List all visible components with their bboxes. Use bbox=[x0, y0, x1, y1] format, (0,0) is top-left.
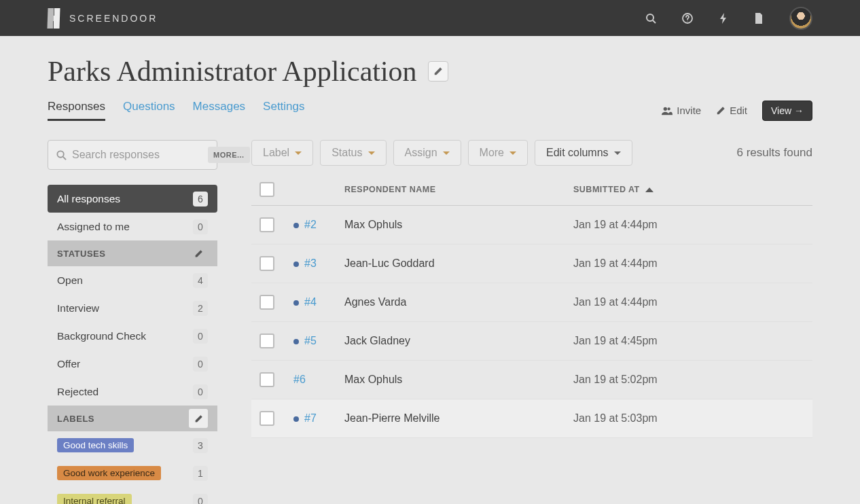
brand-logo-icon bbox=[47, 8, 60, 29]
respondent-name: Jean-Pierre Melville bbox=[344, 412, 573, 425]
filter-label[interactable]: Label bbox=[251, 140, 313, 166]
svg-line-7 bbox=[63, 156, 66, 159]
sidebar-label-good-work-experience[interactable]: Good work experience1 bbox=[48, 459, 217, 487]
results-count: 6 results found bbox=[736, 146, 812, 160]
count-badge: 0 bbox=[193, 494, 208, 505]
tabs: ResponsesQuestionsMessagesSettings bbox=[48, 100, 305, 121]
submitted-at: Jan 19 at 4:45pm bbox=[573, 335, 804, 347]
col-label: SUBMITTED AT bbox=[573, 185, 640, 194]
help-icon[interactable] bbox=[682, 13, 693, 24]
submitted-at: Jan 19 at 4:44pm bbox=[573, 296, 804, 308]
edit-label: Edit bbox=[730, 105, 747, 116]
unread-dot-icon bbox=[293, 300, 299, 306]
sidebar-status-background-check[interactable]: Background Check0 bbox=[48, 322, 217, 350]
chevron-down-icon bbox=[443, 151, 450, 155]
respondent-name: Max Ophuls bbox=[344, 219, 573, 231]
sidebar-item-label: Open bbox=[57, 274, 83, 287]
row-checkbox[interactable] bbox=[259, 295, 274, 310]
filter-status[interactable]: Status bbox=[320, 140, 386, 166]
pencil-icon bbox=[194, 414, 203, 423]
page-actions: Invite Edit View → bbox=[662, 101, 812, 121]
statuses-header: STATUSES bbox=[48, 240, 217, 266]
response-id-link[interactable]: #6 bbox=[293, 374, 306, 385]
count-badge: 4 bbox=[193, 273, 208, 288]
sidebar-status-offer[interactable]: Offer0 bbox=[48, 350, 217, 378]
sidebar-status-rejected[interactable]: Rejected0 bbox=[48, 378, 217, 406]
svg-point-3 bbox=[687, 20, 687, 21]
table-row[interactable]: #4Agnes VardaJan 19 at 4:44pm bbox=[251, 283, 812, 322]
table-row[interactable]: #3Jean-Luc GoddardJan 19 at 4:44pm bbox=[251, 245, 812, 283]
table-row[interactable]: #7Jean-Pierre MelvilleJan 19 at 5:03pm bbox=[251, 399, 812, 438]
row-checkbox[interactable] bbox=[259, 256, 274, 271]
label-pill: Good tech skills bbox=[57, 438, 134, 452]
edit-statuses-button[interactable] bbox=[189, 244, 208, 263]
edit-title-button[interactable] bbox=[428, 61, 448, 82]
search-icon[interactable] bbox=[645, 13, 656, 24]
sidebar-item-label: Rejected bbox=[57, 386, 98, 398]
submitted-at: Jan 19 at 4:44pm bbox=[573, 219, 804, 231]
row-checkbox[interactable] bbox=[259, 334, 274, 348]
sidebar-item-label: Interview bbox=[57, 302, 99, 314]
edit-labels-button[interactable] bbox=[189, 409, 208, 428]
svg-line-1 bbox=[653, 20, 656, 23]
sidebar-item-label: All responses bbox=[57, 193, 120, 205]
edit-button[interactable]: Edit bbox=[716, 105, 747, 116]
labels-header: LABELS bbox=[48, 406, 217, 431]
select-all-checkbox[interactable] bbox=[259, 182, 274, 197]
topbar: SCREENDOOR bbox=[0, 0, 860, 36]
search-box[interactable]: MORE... bbox=[48, 140, 217, 170]
table-row[interactable]: #5Jack GladneyJan 19 at 4:45pm bbox=[251, 322, 812, 361]
search-input[interactable] bbox=[72, 149, 208, 161]
pencil-icon bbox=[194, 249, 203, 258]
pencil-icon bbox=[716, 106, 725, 115]
filter-edit-columns[interactable]: Edit columns bbox=[535, 140, 632, 166]
sidebar-label-good-tech-skills[interactable]: Good tech skills3 bbox=[48, 431, 217, 459]
unread-dot-icon bbox=[293, 223, 299, 228]
filter-assign[interactable]: Assign bbox=[393, 140, 461, 166]
brand[interactable]: SCREENDOOR bbox=[48, 8, 158, 29]
filter-label: Status bbox=[332, 147, 362, 159]
row-checkbox[interactable] bbox=[259, 217, 274, 232]
label-pill: Internal referral bbox=[57, 494, 132, 504]
submitted-at: Jan 19 at 5:02pm bbox=[573, 374, 804, 386]
view-button[interactable]: View → bbox=[762, 101, 812, 121]
invite-button[interactable]: Invite bbox=[662, 105, 701, 116]
col-submitted-at[interactable]: SUBMITTED AT bbox=[573, 185, 804, 194]
row-checkbox[interactable] bbox=[259, 411, 274, 426]
tab-responses[interactable]: Responses bbox=[48, 100, 105, 121]
count-badge: 0 bbox=[193, 384, 208, 399]
tab-questions[interactable]: Questions bbox=[123, 100, 175, 121]
row-checkbox[interactable] bbox=[259, 372, 274, 387]
col-respondent-name[interactable]: RESPONDENT NAME bbox=[344, 185, 573, 194]
svg-point-5 bbox=[668, 107, 670, 110]
filter-label: Assign bbox=[405, 147, 437, 159]
sidebar-assigned-to-me[interactable]: Assigned to me 0 bbox=[48, 213, 217, 240]
response-id-link[interactable]: #4 bbox=[304, 296, 317, 308]
sidebar-item-label: Offer bbox=[57, 358, 80, 370]
sidebar-all-responses[interactable]: All responses 6 bbox=[48, 185, 217, 213]
sidebar-status-open[interactable]: Open4 bbox=[48, 266, 217, 294]
chevron-down-icon bbox=[368, 151, 375, 155]
tab-messages[interactable]: Messages bbox=[193, 100, 245, 121]
avatar[interactable] bbox=[789, 7, 812, 30]
sidebar-status-interview[interactable]: Interview2 bbox=[48, 294, 217, 322]
count-badge: 3 bbox=[193, 438, 208, 453]
svg-point-6 bbox=[57, 151, 63, 157]
table-row[interactable]: #6Max OphulsJan 19 at 5:02pm bbox=[251, 361, 812, 399]
content: LabelStatusAssignMoreEdit columns 6 resu… bbox=[251, 140, 812, 504]
table-row[interactable]: #2Max OphulsJan 19 at 4:44pm bbox=[251, 206, 812, 245]
filter-more[interactable]: More bbox=[468, 140, 528, 166]
response-id-link[interactable]: #2 bbox=[304, 219, 317, 230]
response-id-link[interactable]: #3 bbox=[304, 257, 317, 269]
document-icon[interactable] bbox=[754, 13, 764, 24]
response-id-link[interactable]: #7 bbox=[304, 412, 317, 424]
respondent-name: Agnes Varda bbox=[344, 296, 573, 308]
unread-dot-icon bbox=[293, 416, 299, 422]
sidebar-label-internal-referral[interactable]: Internal referral0 bbox=[48, 487, 217, 504]
respondent-name: Jean-Luc Goddard bbox=[344, 257, 573, 270]
bolt-icon[interactable] bbox=[719, 13, 728, 24]
respondent-name: Jack Gladney bbox=[344, 335, 573, 347]
response-id-link[interactable]: #5 bbox=[304, 335, 317, 346]
search-more-button[interactable]: MORE... bbox=[208, 147, 250, 163]
tab-settings[interactable]: Settings bbox=[263, 100, 304, 121]
